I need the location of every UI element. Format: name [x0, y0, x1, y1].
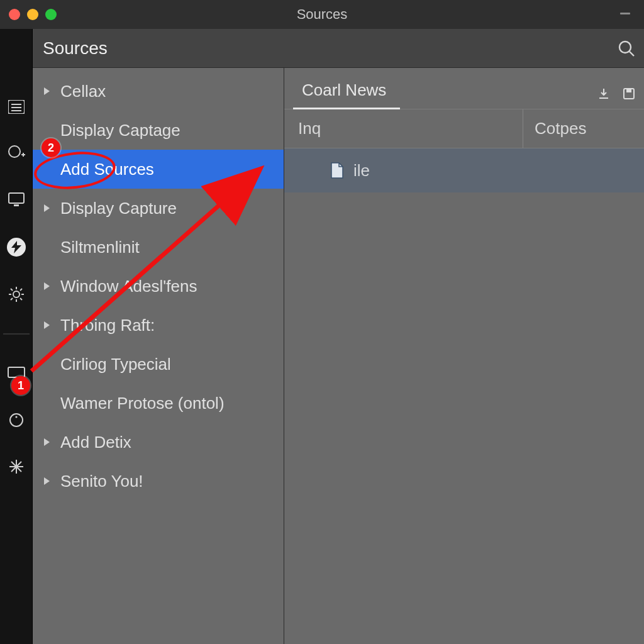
svg-point-22 — [15, 416, 17, 418]
search-icon[interactable] — [618, 40, 635, 57]
svg-line-28 — [630, 52, 634, 56]
tree-item[interactable]: Window Adesl'fens — [33, 267, 284, 306]
tree-item[interactable]: Cellax — [33, 72, 284, 111]
table-row[interactable]: ile — [284, 148, 644, 192]
tree-item-label: Window Adesl'fens — [60, 277, 197, 296]
svg-line-16 — [20, 298, 22, 300]
minimize-icon[interactable] — [620, 13, 630, 14]
svg-rect-7 — [9, 193, 24, 203]
annotation-badge-2: 2 — [42, 138, 60, 157]
row-label: ile — [353, 161, 370, 180]
svg-point-4 — [9, 146, 20, 157]
add-icon[interactable] — [8, 145, 25, 162]
circle-icon[interactable] — [8, 411, 25, 429]
tab-label: Coarl News — [302, 80, 386, 99]
tree-item-label: Cirliog Typecial — [60, 355, 171, 374]
svg-rect-31 — [626, 89, 631, 92]
column-header-cotpes[interactable]: Cotpes — [523, 119, 586, 138]
download-icon[interactable] — [597, 87, 610, 100]
tree-item[interactable]: Cirliog Typecial — [33, 345, 284, 384]
tree-item[interactable]: Senito You! — [33, 462, 284, 501]
svg-line-17 — [11, 298, 13, 300]
tree-item-label: Display Captage — [60, 121, 180, 140]
window-titlebar: Sources — [0, 0, 644, 29]
svg-point-27 — [619, 42, 631, 53]
file-icon — [330, 162, 345, 179]
column-header-inq[interactable]: Inq — [284, 109, 523, 148]
svg-point-21 — [10, 414, 23, 426]
tree-item-label: Display Capture — [60, 199, 177, 218]
detail-panel: Coarl News Inq Cotpes ile — [284, 68, 644, 644]
panel-header: Sources — [33, 29, 644, 68]
svg-marker-9 — [11, 241, 21, 253]
svg-line-18 — [20, 289, 22, 291]
sources-tree: Cellax Display Captage Add Sources Displ… — [33, 68, 284, 644]
tree-item[interactable]: Display Captage — [33, 111, 284, 150]
column-headers: Inq Cotpes — [284, 109, 644, 148]
svg-point-10 — [13, 291, 19, 297]
tree-item-label: Cellax — [60, 82, 106, 101]
tree-item[interactable]: Add Detix — [33, 423, 284, 462]
tree-item-label: Senito You! — [60, 472, 143, 491]
tree-item-label: Throing Raft: — [60, 316, 155, 335]
svg-rect-8 — [14, 204, 19, 206]
svg-line-15 — [11, 289, 13, 291]
tree-item-label: Add Sources — [60, 160, 154, 179]
tree-item-label: Add Detix — [60, 433, 131, 452]
list-icon[interactable] — [8, 98, 25, 116]
tree-item-label: Wamer Protose (ontol) — [60, 394, 225, 413]
tree-item[interactable]: Display Capture — [33, 189, 284, 228]
rail-separator — [3, 333, 30, 335]
sparkle-icon[interactable] — [8, 458, 25, 475]
panel-title: Sources — [43, 38, 108, 58]
annotation-badge-1: 1 — [11, 376, 30, 395]
tab-coarl-news[interactable]: Coarl News — [288, 80, 400, 109]
tree-item[interactable]: Wamer Protose (ontol) — [33, 384, 284, 423]
monitor-icon[interactable] — [8, 191, 25, 209]
tab-bar: Coarl News — [284, 68, 644, 109]
gear-icon[interactable] — [8, 286, 25, 303]
window-title: Sources — [0, 6, 644, 23]
tool-rail — [0, 29, 33, 644]
tree-item[interactable]: Throing Raft: — [33, 306, 284, 345]
tree-item-add-sources[interactable]: Add Sources — [33, 150, 284, 189]
save-icon[interactable] — [623, 87, 635, 100]
bolt-icon[interactable] — [7, 238, 26, 257]
tree-item[interactable]: Siltmenlinit — [33, 228, 284, 267]
tree-item-label: Siltmenlinit — [60, 238, 140, 257]
